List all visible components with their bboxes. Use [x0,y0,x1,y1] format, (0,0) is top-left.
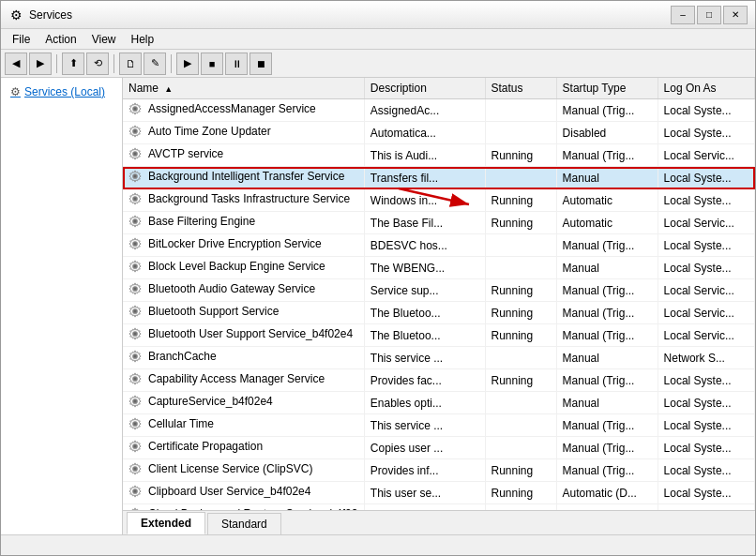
service-logon-cell: Local Syste... [658,392,754,414]
col-name[interactable]: Name ▲ [123,78,364,99]
menu-action[interactable]: Action [38,31,83,48]
maximize-button[interactable]: □ [697,6,721,24]
status-bar [1,534,755,555]
service-status-cell [485,437,556,459]
service-gear-icon [129,170,142,183]
menu-help[interactable]: Help [124,31,162,48]
table-row[interactable]: Bluetooth Support ServiceThe Bluetoo...R… [123,302,755,324]
service-name-cell: Capability Access Manager Service [123,369,364,392]
col-logon-as[interactable]: Log On As [658,78,754,99]
service-gear-icon [129,125,142,138]
col-startup-type[interactable]: Startup Type [556,78,658,99]
service-desc-cell: Provides inf... [364,459,485,482]
menu-bar: File Action View Help [1,29,755,50]
service-startup-cell: Manual (Trig... [556,369,658,392]
menu-file[interactable]: File [5,31,38,48]
table-row[interactable]: Background Intelligent Transfer ServiceT… [123,167,755,189]
service-logon-cell: Local Servic... [658,324,754,347]
table-row[interactable]: Capability Access Manager ServiceProvide… [123,369,755,392]
service-logon-cell: Local Syste... [658,459,754,482]
service-status-cell: Running [485,324,556,347]
service-desc-cell: Enables opti... [364,392,485,414]
service-desc-cell: This is Audi... [364,144,485,167]
service-desc-cell: The Base Fil... [364,212,485,234]
sidebar: ⚙ Services (Local) [1,78,123,534]
service-desc-cell: Provides fac... [364,369,485,392]
service-name-cell: Base Filtering Engine [123,212,364,234]
service-desc-cell: The Bluetoo... [364,302,485,324]
sidebar-item-services-local[interactable]: ⚙ Services (Local) [5,82,118,102]
service-logon-cell: Local Syste... [658,189,754,212]
service-startup-cell: Manual (Trig... [556,459,658,482]
service-startup-cell: Manual (Trig... [556,279,658,302]
service-desc-cell: This user se... [364,482,485,504]
service-startup-cell: Automatic [556,189,658,212]
sidebar-gear-icon: ⚙ [10,85,21,98]
table-row[interactable]: Background Tasks Infrastructure ServiceW… [123,189,755,212]
toolbar-props[interactable]: ✎ [144,53,166,75]
minimize-button[interactable]: – [671,6,695,24]
table-row[interactable]: BitLocker Drive Encryption ServiceBDESVC… [123,234,755,257]
col-description[interactable]: Description [364,78,485,99]
service-name-cell: BranchCache [123,347,364,369]
service-startup-cell: Automatic [556,212,658,234]
table-row[interactable]: Bluetooth Audio Gateway ServiceService s… [123,279,755,302]
tab-extended[interactable]: Extended [127,512,205,534]
service-logon-cell: Local Syste... [658,167,754,189]
service-gear-icon [129,237,142,250]
service-gear-icon [129,192,142,205]
service-gear-icon [129,327,142,340]
service-gear-icon [129,282,142,295]
table-row[interactable]: Bluetooth User Support Service_b4f02e4Th… [123,324,755,347]
toolbar-pause[interactable]: ⏸ [225,53,248,75]
table-row[interactable]: Client License Service (ClipSVC)Provides… [123,459,755,482]
table-row[interactable]: Base Filtering EngineThe Base Fil...Runn… [123,212,755,234]
toolbar-stop[interactable]: ■ [201,53,223,75]
table-row[interactable]: CaptureService_b4f02e4Enables opti...Man… [123,392,755,414]
service-desc-cell: This service ... [364,414,485,437]
tab-standard[interactable]: Standard [207,513,281,534]
service-status-cell [485,392,556,414]
table-row[interactable]: Auto Time Zone UpdaterAutomatica...Disab… [123,122,755,144]
col-status[interactable]: Status [485,78,556,99]
toolbar-folder[interactable]: 🗋 [119,53,142,75]
service-status-cell [485,347,556,369]
sidebar-item-label: Services (Local) [24,85,105,98]
service-logon-cell: Local Syste... [658,122,754,144]
service-name-cell: Block Level Backup Engine Service [123,257,364,279]
service-status-cell [485,122,556,144]
services-table[interactable]: Name ▲ Description Status Startup Type [123,78,755,510]
table-row[interactable]: AVCTP serviceThis is Audi...RunningManua… [123,144,755,167]
service-gear-icon [129,147,142,160]
service-logon-cell: Network S... [658,347,754,369]
table-row[interactable]: Block Level Backup Engine ServiceThe WBE… [123,257,755,279]
service-startup-cell: Manual [556,347,658,369]
service-startup-cell: Manual [556,167,658,189]
service-logon-cell: Local Servic... [658,144,754,167]
service-startup-cell: Manual [556,257,658,279]
table-row[interactable]: BranchCacheThis service ...ManualNetwork… [123,347,755,369]
service-startup-cell: Automatic (D... [556,482,658,504]
table-row[interactable]: Clipboard User Service_b4f02e4This user … [123,482,755,504]
table-row[interactable]: Cellular TimeThis service ...Manual (Tri… [123,414,755,437]
toolbar-restart[interactable]: ⏹ [249,53,272,75]
service-status-cell: Running [485,369,556,392]
service-startup-cell: Manual [556,392,658,414]
toolbar-up[interactable]: ⬆ [62,53,84,75]
toolbar-refresh[interactable]: ⟲ [86,53,109,75]
service-startup-cell: Manual (Trig... [556,302,658,324]
title-bar-controls: – □ ✕ [671,6,748,24]
sort-arrow: ▲ [164,84,173,94]
service-desc-cell: This service ... [364,347,485,369]
close-button[interactable]: ✕ [723,6,748,24]
toolbar-play[interactable]: ▶ [176,53,199,75]
toolbar: ◀ ▶ ⬆ ⟲ 🗋 ✎ ▶ ■ ⏸ ⏹ [1,50,755,78]
table-row[interactable]: AssignedAccessManager ServiceAssignedAc.… [123,99,755,122]
toolbar-back[interactable]: ◀ [5,53,27,75]
toolbar-forward[interactable]: ▶ [29,53,52,75]
menu-view[interactable]: View [84,31,124,48]
window-icon: ⚙ [8,8,23,23]
service-name-cell: Bluetooth Audio Gateway Service [123,279,364,302]
main-content: ⚙ Services (Local) Name ▲ Descriptio [1,78,755,534]
table-row[interactable]: Certificate PropagationCopies user ...Ma… [123,437,755,459]
